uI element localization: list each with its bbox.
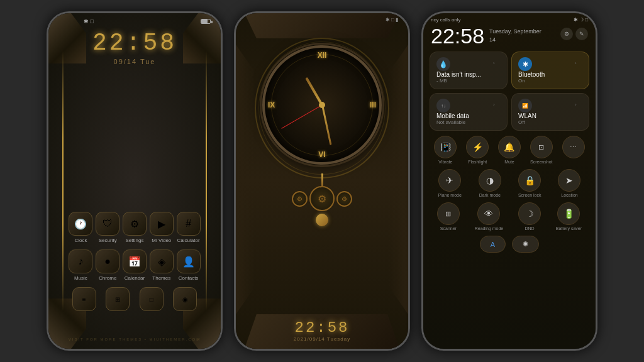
flashlight-icon: ⚡ (466, 136, 489, 158)
app-calendar[interactable]: 📅 Calendar (121, 250, 148, 281)
clock-app-label: Clock (74, 238, 87, 243)
gear-shaft-top (321, 173, 323, 186)
mute-icon: 🔔 (498, 136, 521, 158)
edit-icon-btn[interactable]: ✎ (575, 28, 588, 40)
app-row-3: ≡ ⊞ □ ◉ (67, 287, 202, 311)
screenshot-btn[interactable]: ⊡ Screenshot (530, 136, 553, 164)
mivideo-app-icon: ▶ (150, 212, 174, 236)
quick-tiles: 💧 › Data isn't insp... - MB ✱ › Bluetoot… (423, 49, 596, 133)
footer: A ✺ (423, 233, 596, 255)
screen-lock-btn[interactable]: 🔒 Screen lock (518, 169, 541, 197)
contacts-app-label: Contacts (179, 275, 199, 281)
chrome-app-label: Chrome (99, 275, 116, 281)
phone-3: ncy calls only ✱ ☽ □ 22:58 Tuesday, Sept… (421, 11, 597, 351)
mobile-arrow: › (493, 102, 501, 109)
dark-mode-label: Dark mode (479, 193, 501, 197)
reading-btn[interactable]: 👁 Reading mode (475, 202, 504, 231)
mobile-data-info: Mobile data Not available (436, 112, 501, 125)
phone-3-screen: ncy calls only ✱ ☽ □ 22:58 Tuesday, Sept… (423, 13, 596, 349)
dark-mode-btn[interactable]: ◑ Dark mode (479, 169, 501, 197)
gear-small-left: ⚙ (292, 191, 308, 207)
mivideo-app-label: Mi Video (152, 238, 171, 243)
reading-label: Reading mode (475, 226, 504, 231)
app-row-1: 🕐 Clock 🛡 Security ⚙ Settings ▶ Mi Video (67, 212, 202, 243)
battery-saver-btn[interactable]: 🔋 Battery saver (556, 202, 582, 231)
data-icon: 💧 (436, 57, 450, 71)
vibrate-icon: 📳 (434, 136, 457, 158)
app-settings[interactable]: ⚙ Settings (121, 212, 148, 243)
location-icon: ➤ (558, 169, 580, 192)
brightness-toggle[interactable]: ✺ (512, 236, 539, 253)
misc4-icon: ◉ (173, 287, 197, 311)
dnd-icon: ☽ (518, 202, 541, 225)
app-security[interactable]: 🛡 Security (94, 212, 121, 243)
app-misc4[interactable]: ◉ (170, 287, 199, 311)
app-chrome[interactable]: ● Chrome (94, 250, 121, 281)
plane-label: Plane mode (438, 193, 462, 197)
vibrate-btn[interactable]: 📳 Vibrate (434, 136, 457, 164)
mute-label: Mute (504, 160, 514, 164)
app-calculator[interactable]: # Calculator (175, 212, 202, 243)
battery-saver-label: Battery saver (556, 226, 582, 231)
wlan-icon: 📶 (518, 99, 532, 112)
gear-small-right: ⚙ (336, 191, 352, 207)
flashlight-label: Flashlight (468, 160, 487, 164)
scanner-btn[interactable]: ⊞ Scanner (437, 202, 460, 231)
battery-icon (201, 19, 211, 24)
right-deco (389, 45, 408, 314)
app-contacts[interactable]: 👤 Contacts (175, 250, 202, 281)
status-text: ncy calls only (431, 17, 461, 23)
app-clock[interactable]: 🕐 Clock (67, 212, 94, 243)
data-arrow: › (493, 60, 501, 68)
app-mivideo[interactable]: ▶ Mi Video (148, 212, 175, 243)
settings-icon-btn[interactable]: ⚙ (560, 28, 573, 40)
calendar-app-icon: 📅 (123, 250, 147, 273)
p2-status: ✱ □ ▮ (236, 13, 408, 26)
ctrl-row-2: ✈ Plane mode ◑ Dark mode 🔒 Screen lock ➤… (423, 167, 596, 200)
location-btn[interactable]: ➤ Location (558, 169, 580, 197)
app-themes[interactable]: ◈ Themes (148, 250, 175, 281)
app-misc1[interactable]: ≡ (70, 287, 99, 311)
reading-icon: 👁 (477, 202, 500, 225)
bt-arrow: › (575, 60, 582, 68)
app-music[interactable]: ♪ Music (67, 250, 94, 281)
plane-btn[interactable]: ✈ Plane mode (438, 169, 462, 197)
misc1-icon: ≡ (72, 287, 96, 311)
more-btn[interactable]: ⋯ (562, 136, 585, 164)
calculator-app-icon: # (177, 212, 201, 236)
wlan-info: WLAN Off (518, 112, 582, 125)
flashlight-btn[interactable]: ⚡ Flashlight (466, 136, 489, 164)
clock-app-icon: 🕐 (69, 212, 92, 236)
app-misc3[interactable]: □ (137, 287, 166, 311)
themes-app-label: Themes (152, 275, 170, 281)
mobile-data-tile[interactable]: ↑↓ › Mobile data Not available (430, 93, 508, 131)
more-icon: ⋯ (562, 136, 585, 158)
bluetooth-tile[interactable]: ✱ › Bluetooth On (511, 52, 589, 89)
dark-mode-icon: ◑ (479, 169, 501, 192)
data-tile[interactable]: 💧 › Data isn't insp... - MB (430, 52, 508, 89)
phone-2: ✱ □ ▮ XII III VI IX (234, 11, 410, 351)
bottom-time: 22:58 (236, 319, 408, 336)
screen-lock-icon: 🔒 (518, 169, 541, 192)
vibrate-label: Vibrate (438, 160, 452, 164)
mute-btn[interactable]: 🔔 Mute (498, 136, 521, 164)
security-app-icon: 🛡 (96, 212, 119, 236)
status-icons (201, 19, 211, 24)
calendar-app-label: Calendar (125, 275, 145, 281)
misc2-icon: ⊞ (106, 287, 130, 311)
header-action-icons: ⚙ ✎ (560, 25, 588, 40)
dnd-btn[interactable]: ☽ DND (518, 202, 541, 231)
location-label: Location (561, 193, 577, 197)
clock-face: XII III VI IX (262, 45, 382, 165)
contacts-app-icon: 👤 (177, 250, 201, 273)
scanner-label: Scanner (440, 226, 457, 231)
wlan-tile[interactable]: 📶 › WLAN Off (511, 93, 589, 131)
app-misc2[interactable]: ⊞ (103, 287, 132, 311)
text-toggle[interactable]: A (480, 236, 506, 253)
phone-2-screen: ✱ □ ▮ XII III VI IX (236, 13, 408, 349)
left-deco (236, 45, 255, 314)
screen-lock-label: Screen lock (518, 193, 541, 197)
text-icon: A (491, 241, 495, 248)
ctrl-row-1: 📳 Vibrate ⚡ Flashlight 🔔 Mute ⊡ Screensh… (423, 133, 596, 167)
apps-section: 🕐 Clock 🛡 Security ⚙ Settings ▶ Mi Video (48, 212, 221, 317)
